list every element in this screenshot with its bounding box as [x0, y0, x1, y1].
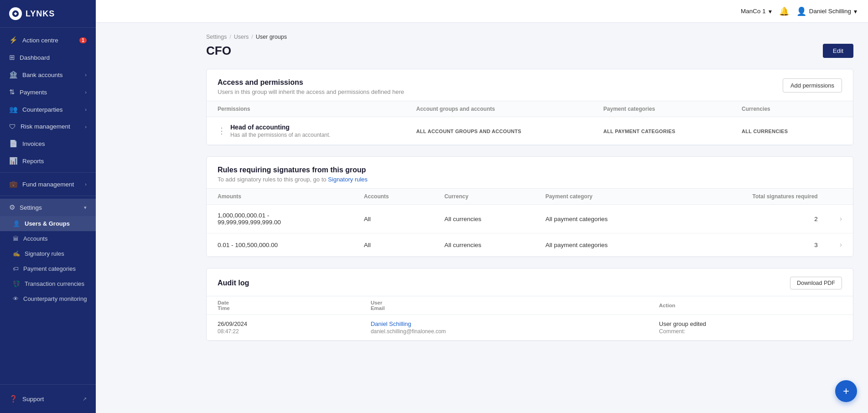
chevron-right-icon: › [85, 181, 87, 187]
invoices-icon: 📄 [9, 139, 18, 148]
bank-icon: 🏦 [9, 71, 18, 79]
sidebar-item-label: Counterparties [22, 106, 63, 113]
sidebar-item-action-centre[interactable]: ⚡ Action centre 1 [0, 31, 96, 49]
fab-button[interactable]: + [835, 380, 857, 402]
risk-icon: 🛡 [9, 123, 16, 130]
breadcrumb: Settings / Users / User groups [206, 34, 853, 40]
monitoring-icon: 👁 [13, 295, 19, 302]
accounts-icon: 🏛 [13, 235, 19, 242]
currencies-cell: ALL CURRENCIES [731, 117, 831, 145]
audit-action: User group edited [659, 320, 842, 327]
sub-nav-label: Transaction currencies [25, 280, 84, 287]
accounts-cell: All [353, 233, 433, 257]
row-menu-icon[interactable]: ⋮ [218, 126, 226, 136]
sidebar-item-bank-accounts[interactable]: 🏦 Bank accounts › [0, 66, 96, 83]
external-link-icon: ↗ [83, 396, 87, 402]
action-cell: User group edited Comment: [648, 315, 853, 341]
audit-time: 08:47:22 [218, 328, 349, 335]
audit-comment: Comment: [659, 328, 842, 335]
breadcrumb-settings[interactable]: Settings [206, 34, 227, 40]
main-content: Settings / Users / User groups CFO Edit … [192, 23, 868, 413]
sidebar-item-fund-management[interactable]: 💼 Fund management › [0, 176, 96, 193]
table-row: ⋮ Head of accounting Has all the permiss… [207, 117, 853, 145]
rule-amount: 1,000,000,000.01 - [218, 212, 342, 219]
user-avatar-icon: 👤 [796, 6, 806, 16]
col-accounts: Accounts [353, 189, 433, 205]
sub-nav-label: Accounts [23, 235, 47, 242]
col-permissions: Permissions [207, 101, 405, 117]
sub-nav-label: Signatory rules [25, 250, 64, 257]
audit-table: Date Time User Email Action 26/09/2024 0… [207, 296, 853, 341]
sidebar-item-support[interactable]: ❓ Support ↗ [0, 390, 96, 408]
table-row: 1,000,000,000.01 - 99,999,999,999,999.00… [207, 205, 853, 233]
settings-icon: ⚙ [9, 203, 15, 212]
col-total-signatures: Total signatures required [679, 189, 829, 205]
signatures-cell: 3 [679, 233, 829, 257]
audit-user[interactable]: Daniel Schilling [371, 320, 637, 327]
page-title: CFO [206, 44, 231, 58]
logo[interactable]: LYNKS [0, 0, 96, 28]
sidebar-item-users-groups[interactable]: 👤 Users & Groups [0, 216, 96, 231]
col-arrow [829, 189, 853, 205]
topbar: ManCo 1 ▾ 🔔 👤 Daniel Schilling ▾ [96, 0, 868, 23]
user-menu[interactable]: 👤 Daniel Schilling ▾ [796, 6, 857, 16]
audit-log-section: Audit log Download PDF Date Time User Em… [206, 268, 853, 341]
payment-cat-cell: All payment categories [535, 233, 679, 257]
sidebar-item-dashboard[interactable]: ⊞ Dashboard [0, 49, 96, 66]
sidebar-item-risk-management[interactable]: 🛡 Risk management › [0, 118, 96, 135]
currencies-value: ALL CURRENCIES [742, 129, 788, 134]
sub-nav-label: Users & Groups [25, 220, 70, 227]
breadcrumb-sep: / [229, 34, 231, 40]
signatory-rules-link[interactable]: Signatory rules [328, 176, 368, 183]
sidebar-item-label: Support [22, 396, 44, 403]
logo-icon [9, 7, 22, 20]
sidebar-item-label: Settings [20, 204, 42, 211]
user-name: Daniel Schilling [809, 8, 851, 15]
sidebar-bottom: ❓ Support ↗ [0, 384, 96, 413]
payment-cat-cell: All payment categories [535, 205, 679, 233]
breadcrumb-users[interactable]: Users [234, 34, 249, 40]
sidebar-item-label: Reports [22, 158, 44, 165]
manco-selector[interactable]: ManCo 1 ▾ [741, 8, 772, 15]
table-row: 26/09/2024 08:47:22 Daniel Schilling dan… [207, 315, 853, 341]
rule-amount-cont: 99,999,999,999,999.00 [218, 219, 342, 226]
sidebar-item-accounts[interactable]: 🏛 Accounts [0, 231, 96, 246]
amounts-cell: 0.01 - 100,500,000.00 [207, 233, 353, 257]
row-chevron-cell: › [829, 205, 853, 233]
sidebar-item-counterparty-monitoring[interactable]: 👁 Counterparty monitoring [0, 291, 96, 306]
sidebar-item-label: Fund management [22, 181, 74, 188]
sidebar-item-invoices[interactable]: 📄 Invoices [0, 135, 96, 152]
chevron-right-icon[interactable]: › [840, 241, 842, 248]
table-row: 0.01 - 100,500,000.00 All All currencies… [207, 233, 853, 257]
sidebar-item-signatory-rules[interactable]: ✍ Signatory rules [0, 246, 96, 261]
permission-name-cell: ⋮ Head of accounting Has all the permiss… [207, 117, 405, 145]
edit-button[interactable]: Edit [823, 44, 853, 58]
audit-header: Audit log Download PDF [207, 268, 853, 296]
sub-nav-label: Counterparty monitoring [23, 295, 87, 302]
action-cell [831, 117, 853, 145]
sidebar-item-transaction-currencies[interactable]: 💱 Transaction currencies [0, 276, 96, 291]
signatory-rules-section: Rules requiring signatures from this gro… [206, 156, 853, 257]
sidebar-item-settings[interactable]: ⚙ Settings ▾ [0, 199, 96, 216]
users-icon: 👤 [13, 220, 20, 227]
section-subtitle: Users in this group will inherit the acc… [218, 88, 404, 95]
rules-title: Rules requiring signatures from this gro… [218, 166, 842, 174]
sidebar-item-reports[interactable]: 📊 Reports [0, 152, 96, 170]
rules-header: Rules requiring signatures from this gro… [207, 157, 853, 189]
sub-nav-label: Payment categories [23, 265, 76, 272]
section-header: Access and permissions Users in this gro… [207, 69, 853, 101]
sidebar-item-label: Risk management [21, 123, 70, 130]
col-date-time: Date Time [207, 296, 360, 315]
section-title: Access and permissions [218, 78, 404, 87]
sidebar-item-counterparties[interactable]: 👥 Counterparties › [0, 101, 96, 118]
sidebar-item-payment-categories[interactable]: 🏷 Payment categories [0, 261, 96, 276]
chevron-right-icon[interactable]: › [840, 215, 842, 222]
payments-icon: ⇅ [9, 88, 15, 96]
counterparties-icon: 👥 [9, 105, 18, 114]
add-permissions-button[interactable]: Add permissions [783, 78, 842, 93]
notification-bell[interactable]: 🔔 [779, 6, 789, 16]
download-pdf-button[interactable]: Download PDF [790, 277, 842, 289]
manco-chevron-icon: ▾ [769, 8, 772, 15]
sidebar-item-payments[interactable]: ⇅ Payments › [0, 83, 96, 101]
amounts-cell: 1,000,000,000.01 - 99,999,999,999,999.00 [207, 205, 353, 233]
